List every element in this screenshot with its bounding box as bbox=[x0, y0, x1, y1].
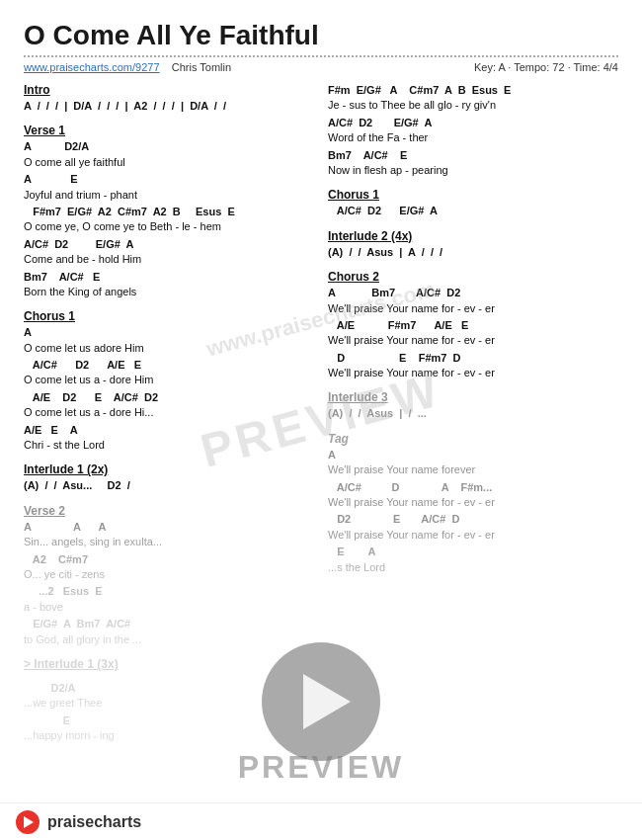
section-interlude2: Interlude 2 (4x) (A) / / Asus | A / / / bbox=[328, 229, 618, 260]
v1r-block2: A/C# D2 E/G# A Word of the Fa - ther bbox=[328, 116, 618, 146]
tag-chord1: A bbox=[328, 448, 618, 462]
play-triangle-icon bbox=[303, 674, 351, 729]
ch1-lyric2: O come let us a - dore Him bbox=[24, 373, 310, 387]
section-verse1: Verse 1 A D2/A O come all ye faithful A … bbox=[24, 124, 310, 299]
interlude2-chords: (A) / / Asus | A / / / bbox=[328, 245, 618, 260]
ch2-block2: A/E F#m7 A/E E We'll praise Your name fo… bbox=[328, 318, 618, 349]
v1r-lyric2: Word of the Fa - ther bbox=[328, 130, 618, 145]
verse1-block5: Bm7 A/C# E Born the King of angels bbox=[24, 270, 310, 300]
v1r-chord1: F#m E/G# A C#m7 A B Esus E bbox=[328, 83, 618, 98]
song-title: O Come All Ye Faithful bbox=[24, 20, 618, 51]
chorus1-right-label: Chorus 1 bbox=[328, 188, 618, 202]
v1r-block3: Bm7 A/C# E Now in flesh ap - pearing bbox=[328, 148, 618, 179]
ch2-chord1: A Bm7 A/C# D2 bbox=[328, 286, 618, 300]
v1r-lyric1: Je - sus to Thee be all glo - ry giv'n bbox=[328, 98, 618, 113]
v1r-block1: F#m E/G# A C#m7 A B Esus E Je - sus to T… bbox=[328, 83, 618, 114]
ch2-lyric1: We'll praise Your name for - ev - er bbox=[328, 301, 618, 316]
ch2-chord2: A/E F#m7 A/E E bbox=[328, 318, 618, 333]
section-chorus1-right: Chorus 1 A/C# D2 E/G# A bbox=[328, 188, 618, 218]
intro-chords: A / / / | D/A / / / | A2 / / / | D/A / / bbox=[24, 99, 310, 114]
interlude1-chords: (A) / / Asu... D2 / bbox=[24, 478, 310, 493]
tempo-info: Tempo: 72 bbox=[514, 61, 564, 73]
ch2-chord3: D E F#m7 D bbox=[328, 351, 618, 366]
intro-label: Intro bbox=[24, 83, 310, 97]
verse1-block1: A D2/A O come all ye faithful bbox=[24, 139, 310, 170]
v1-lyric5: Born the King of angels bbox=[24, 285, 310, 299]
ch1-lyric3: O come let us a - dore Hi... bbox=[24, 405, 310, 420]
v1r-chord3: Bm7 A/C# E bbox=[328, 148, 618, 163]
v1-lyric2: Joyful and trium - phant bbox=[24, 188, 310, 203]
meta-row: www.praisecharts.com/9277 Chris Tomlin K… bbox=[24, 61, 618, 73]
v1-chord3: F#m7 E/G# A2 C#m7 A2 B Esus E bbox=[24, 205, 310, 219]
section-interlude3: Interlude 3 (A) / / Asus | / ... bbox=[328, 390, 618, 421]
tag-lyric2: We'll praise Your name for - ev - er bbox=[328, 495, 618, 510]
ch1-chord2: A/C# D2 A/E E bbox=[24, 358, 310, 373]
tag-block1: A We'll praise Your name forever bbox=[328, 448, 618, 478]
ch2-lyric2: We'll praise Your name for - ev - er bbox=[328, 333, 618, 348]
key-info: Key: A bbox=[474, 61, 505, 73]
artist-name: Chris Tomlin bbox=[172, 61, 231, 73]
v1-chord5: Bm7 A/C# E bbox=[24, 270, 310, 285]
ch1-chord4: A/E E A bbox=[24, 423, 310, 438]
v1-lyric1: O come all ye faithful bbox=[24, 155, 310, 170]
footer-brand: praisecharts bbox=[47, 813, 141, 831]
chorus2-label: Chorus 2 bbox=[328, 270, 618, 284]
interlude3-label: Interlude 3 bbox=[328, 390, 618, 404]
v1-chord1: A D2/A bbox=[24, 139, 310, 154]
verse1-block4: A/C# D2 E/G# A Come and be - hold Him bbox=[24, 237, 310, 268]
v1r-chord2: A/C# D2 E/G# A bbox=[328, 116, 618, 130]
preview-label: PREVIEW bbox=[238, 749, 405, 786]
chorus1-block2: A/C# D2 A/E E O come let us a - dore Him bbox=[24, 358, 310, 388]
footer-play-icon bbox=[24, 816, 34, 828]
divider bbox=[24, 55, 618, 57]
section-interlude1: Interlude 1 (2x) (A) / / Asu... D2 / bbox=[24, 462, 310, 493]
chorus1-left-label: Chorus 1 bbox=[24, 309, 310, 323]
verse1-label: Verse 1 bbox=[24, 124, 310, 137]
interlude2-label: Interlude 2 (4x) bbox=[328, 229, 618, 243]
chorus1-block1: A O come let us adore Him bbox=[24, 325, 310, 356]
tag-block2: A/C# D A F#m... We'll praise Your name f… bbox=[328, 480, 618, 511]
tag-label: Tag bbox=[328, 432, 618, 446]
chorus1-block4: A/E E A Chri - st the Lord bbox=[24, 423, 310, 454]
v1-chord4: A/C# D2 E/G# A bbox=[24, 237, 310, 252]
ch2-block3: D E F#m7 D We'll praise Your name for - … bbox=[328, 351, 618, 381]
meta-left: www.praisecharts.com/9277 Chris Tomlin bbox=[24, 61, 231, 73]
chorus1-right-chords: A/C# D2 E/G# A bbox=[328, 204, 618, 218]
ch2-block1: A Bm7 A/C# D2 We'll praise Your name for… bbox=[328, 286, 618, 316]
play-button[interactable] bbox=[262, 642, 380, 761]
v1-lyric4: Come and be - hold Him bbox=[24, 252, 310, 267]
meta-right: Key: A · Tempo: 72 · Time: 4/4 bbox=[474, 61, 618, 73]
footer: praisecharts bbox=[0, 802, 642, 840]
ch1-chord3: A/E D2 E A/C# D2 bbox=[24, 390, 310, 405]
interlude3-chords: (A) / / Asus | / ... bbox=[328, 406, 618, 421]
play-overlay[interactable] bbox=[262, 642, 380, 761]
verse1-block3: F#m7 E/G# A2 C#m7 A2 B Esus E O come ye,… bbox=[24, 205, 310, 235]
page: O Come All Ye Faithful www.praisecharts.… bbox=[0, 0, 642, 840]
verse1-block2: A E Joyful and trium - phant bbox=[24, 172, 310, 203]
ch1-chord1: A bbox=[24, 325, 310, 340]
tag-lyric1: We'll praise Your name forever bbox=[328, 462, 618, 477]
meta-artist bbox=[163, 61, 169, 73]
verse2-label: Verse 2 bbox=[24, 504, 310, 518]
section-intro: Intro A / / / | D/A / / / | A2 / / / | D… bbox=[24, 83, 310, 114]
interlude1-label: Interlude 1 (2x) bbox=[24, 462, 310, 476]
ch2-lyric3: We'll praise Your name for - ev - er bbox=[328, 366, 618, 380]
tag-chord2: A/C# D A F#m... bbox=[328, 480, 618, 495]
footer-logo[interactable] bbox=[16, 810, 40, 834]
v1-chord2: A E bbox=[24, 172, 310, 187]
time-info: Time: 4/4 bbox=[574, 61, 618, 73]
ch1-lyric1: O come let us adore Him bbox=[24, 341, 310, 356]
section-verse1-right: F#m E/G# A C#m7 A B Esus E Je - sus to T… bbox=[328, 83, 618, 178]
section-chorus2: Chorus 2 A Bm7 A/C# D2 We'll praise Your… bbox=[328, 270, 618, 380]
song-url[interactable]: www.praisecharts.com/9277 bbox=[24, 61, 160, 73]
section-chorus1-left: Chorus 1 A O come let us adore Him A/C# … bbox=[24, 309, 310, 453]
v1r-lyric3: Now in flesh ap - pearing bbox=[328, 163, 618, 178]
ch1-lyric4: Chri - st the Lord bbox=[24, 438, 310, 453]
v1-lyric3: O come ye, O come ye to Beth - le - hem bbox=[24, 219, 310, 234]
chorus1-block3: A/E D2 E A/C# D2 O come let us a - dore … bbox=[24, 390, 310, 421]
